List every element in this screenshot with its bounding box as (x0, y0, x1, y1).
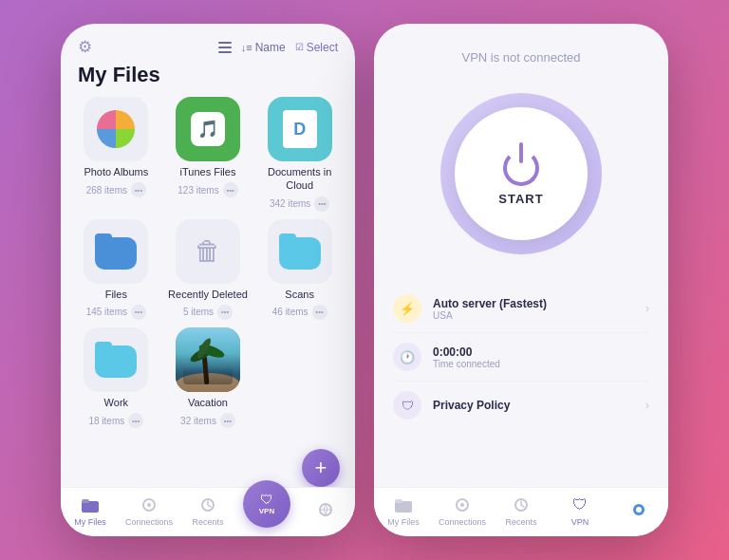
list-item[interactable]: Vacation 32 items ••• (166, 327, 251, 428)
connections-nav-icon (452, 495, 473, 515)
more-button[interactable]: ••• (131, 305, 146, 320)
file-count: 32 items (180, 416, 216, 426)
svg-rect-7 (82, 499, 89, 503)
file-icon-docs: D (268, 97, 332, 161)
browse-nav-icon (315, 499, 336, 520)
file-icon-trash: 🗑 (176, 219, 240, 284)
vpn-nav-icon: 🛡 (570, 495, 590, 515)
file-count: 342 items (270, 198, 310, 209)
files-nav-icon (80, 495, 101, 515)
nav-label: Recents (505, 517, 536, 527)
more-button[interactable]: ••• (223, 182, 238, 197)
list-item[interactable]: Files 145 items ••• (74, 219, 159, 320)
more-button[interactable]: ••• (312, 305, 327, 320)
menu-icon[interactable] (218, 42, 232, 53)
list-item[interactable]: Work 18 items ••• (74, 327, 159, 428)
file-name: Work (104, 396, 128, 409)
left-header: ⚙ ↓≡ Name ☑ Select (61, 24, 355, 57)
nav-item-connections[interactable]: Connections (433, 495, 492, 527)
chevron-right-icon: › (645, 302, 649, 315)
file-name: Photo Albums (84, 165, 148, 178)
files-grid: Photo Albums 268 items ••• 🎵 iTunes File… (61, 91, 355, 434)
server-info: Auto server (Fastest) USA (433, 297, 645, 321)
list-item[interactable]: 🗑 Recently Deleted 5 items ••• (166, 219, 251, 320)
files-nav-icon (393, 495, 414, 515)
page-title: My Files (61, 57, 355, 91)
time-title: 0:00:00 (433, 345, 649, 359)
nav-item-my-files[interactable]: My Files (61, 495, 120, 527)
file-count: 145 items (86, 307, 127, 317)
nav-label: VPN (571, 517, 589, 527)
file-count: 18 items (88, 416, 124, 426)
nav-label: Connections (439, 517, 486, 527)
more-button[interactable]: ••• (128, 413, 143, 428)
vpn-status-label: VPN is not connected (461, 50, 580, 65)
right-bottom-nav: My Files Connections Recents 🛡 VPN (374, 487, 668, 536)
itunes-icon: 🎵 (191, 112, 225, 146)
file-name: Files (105, 288, 127, 301)
browse-nav-icon (628, 499, 649, 520)
file-name: Recently Deleted (168, 288, 248, 301)
nav-item-recents[interactable]: Recents (178, 495, 237, 527)
file-name: Documents in Cloud (257, 165, 342, 193)
file-name: iTunes Files (180, 165, 236, 178)
file-count: 5 items (183, 307, 214, 317)
file-count: 46 items (272, 307, 308, 317)
recents-nav-icon (511, 495, 532, 515)
power-icon (498, 142, 544, 188)
list-item[interactable]: Photo Albums 268 items ••• (74, 97, 159, 212)
vpn-content: VPN is not connected START ⚡ Auto se (374, 24, 668, 536)
more-button[interactable]: ••• (131, 182, 146, 197)
bottom-nav: My Files Connections Recents 🛡 VPN (61, 487, 355, 536)
time-info: 0:00:00 Time connected (433, 345, 649, 369)
gear-icon[interactable]: ⚙ (78, 37, 92, 57)
file-icon-photo-albums (84, 97, 148, 161)
select-button[interactable]: ☑ Select (295, 41, 338, 54)
privacy-policy-link[interactable]: 🛡 Privacy Policy › (393, 382, 649, 429)
time-sub: Time connected (433, 359, 649, 369)
file-count-row: 342 items ••• (270, 196, 329, 212)
file-count-row: 5 items ••• (183, 305, 233, 320)
list-item[interactable]: 🎵 iTunes Files 123 items ••• (166, 97, 251, 212)
nav-item-vpn[interactable]: 🛡 VPN (237, 494, 296, 528)
nav-item-recents[interactable]: Recents (492, 495, 551, 527)
file-count: 268 items (86, 185, 127, 196)
file-count-row: 145 items ••• (86, 305, 146, 320)
photo-albums-icon (97, 110, 135, 148)
docs-icon: D (283, 110, 317, 148)
file-count-row: 123 items ••• (178, 182, 237, 197)
svg-point-18 (636, 507, 642, 513)
file-count-row: 32 items ••• (180, 413, 235, 428)
nav-item-connections[interactable]: Connections (120, 495, 178, 527)
sort-button[interactable]: ↓≡ Name (241, 41, 286, 54)
nav-label: My Files (387, 517, 420, 527)
vpn-power-ring[interactable]: START (440, 93, 602, 254)
start-label: START (498, 192, 543, 206)
file-count: 123 items (178, 185, 218, 196)
chevron-right-icon: › (645, 399, 649, 412)
nav-item-my-files[interactable]: My Files (374, 495, 433, 527)
header-actions: ↓≡ Name ☑ Select (218, 41, 338, 54)
nav-item-browse[interactable] (609, 499, 668, 522)
list-item[interactable]: D Documents in Cloud 342 items ••• (257, 97, 342, 212)
list-item[interactable]: Scans 46 items ••• (257, 219, 342, 320)
nav-item-vpn-active[interactable]: 🛡 VPN (551, 495, 609, 527)
svg-point-9 (147, 503, 151, 507)
shield-icon: 🛡 (393, 391, 421, 420)
time-display: 🕐 0:00:00 Time connected (393, 333, 649, 382)
file-icon-work (84, 327, 148, 392)
right-phone: VPN is not connected START ⚡ Auto se (374, 24, 668, 536)
file-count-row: 268 items ••• (86, 182, 146, 197)
vpn-info-list: ⚡ Auto server (Fastest) USA › 🕐 0:00:00 … (393, 285, 649, 429)
more-button[interactable]: ••• (220, 413, 235, 428)
nav-item-browse[interactable] (296, 499, 355, 522)
lightning-icon: ⚡ (393, 294, 421, 323)
more-button[interactable]: ••• (217, 305, 233, 320)
vpn-power-button[interactable]: START (455, 107, 588, 240)
server-selector[interactable]: ⚡ Auto server (Fastest) USA › (393, 285, 649, 333)
file-name: Scans (285, 288, 314, 301)
file-count-row: 18 items ••• (88, 413, 143, 428)
recents-nav-icon (197, 495, 218, 515)
more-button[interactable]: ••• (314, 196, 329, 212)
add-button[interactable]: + (302, 449, 340, 487)
